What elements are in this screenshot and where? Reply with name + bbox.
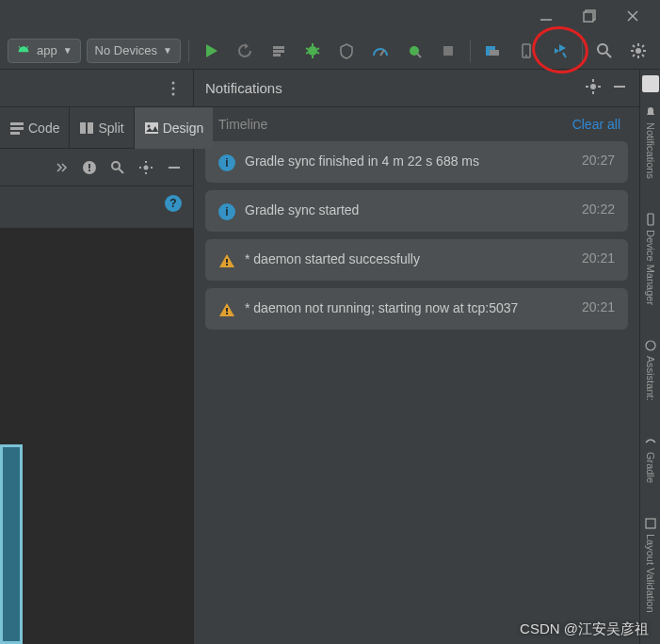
help-icon[interactable]: ? <box>165 195 182 212</box>
vtab-gradle[interactable]: Gradle <box>642 431 659 487</box>
svg-line-11 <box>306 48 309 50</box>
notifications-header: Notifications <box>194 70 639 107</box>
search-icon[interactable] <box>108 158 127 177</box>
view-mode-tabs: Code Split Design <box>0 107 193 149</box>
svg-point-48 <box>144 165 149 169</box>
gear-icon[interactable] <box>137 158 155 177</box>
bell-icon <box>644 105 657 119</box>
main-toolbar: app ▼ No Devices ▼ <box>0 32 660 70</box>
tab-code-label: Code <box>28 121 59 136</box>
split-icon <box>79 121 94 136</box>
assistant-icon <box>644 339 657 352</box>
debug-button[interactable] <box>298 37 327 65</box>
notification-time: 20:27 <box>582 153 615 168</box>
svg-line-12 <box>306 52 309 54</box>
window-maximize-button[interactable] <box>568 3 611 29</box>
device-label: No Devices <box>95 43 157 57</box>
device-icon <box>644 213 657 226</box>
svg-line-30 <box>642 55 644 56</box>
notification-item[interactable]: i Gradle sync finished in 4 m 22 s 688 m… <box>205 141 628 183</box>
chevrons-icon[interactable] <box>52 158 71 177</box>
svg-line-13 <box>316 48 319 50</box>
design-help-row: ? <box>0 186 193 220</box>
separator <box>188 40 189 62</box>
vtab-notifications[interactable]: Notifications <box>642 102 659 183</box>
timeline-label: Timeline <box>218 117 267 132</box>
tab-design-label: Design <box>163 121 204 136</box>
android-icon <box>16 43 31 58</box>
svg-rect-40 <box>88 122 93 134</box>
sync-gradle-button[interactable] <box>546 37 574 65</box>
svg-line-32 <box>642 45 644 47</box>
design-canvas[interactable] <box>0 228 193 644</box>
notification-item[interactable]: * daemon started successfully 20:21 <box>205 239 628 281</box>
notification-item[interactable]: i Gradle sync started 20:22 <box>205 190 628 232</box>
svg-point-34 <box>172 87 175 89</box>
apply-changes-button[interactable] <box>231 37 259 65</box>
svg-rect-5 <box>273 46 284 49</box>
more-icon[interactable] <box>161 76 185 101</box>
app-inspection-button[interactable] <box>478 37 507 65</box>
vtab-assistant[interactable]: Assistant: <box>642 335 659 405</box>
notification-time: 20:21 <box>582 299 615 314</box>
notification-item[interactable]: * daemon not running; starting now at tc… <box>205 288 628 330</box>
window-close-button[interactable] <box>611 3 654 29</box>
tab-split[interactable]: Split <box>69 107 133 149</box>
settings-button[interactable] <box>624 37 652 65</box>
clear-all-link[interactable]: Clear all <box>572 117 620 132</box>
notification-message: Gradle sync finished in 4 m 22 s 688 ms <box>245 153 572 171</box>
vtab-device-manager[interactable]: Device Manager <box>642 209 659 309</box>
svg-rect-7 <box>273 54 281 56</box>
svg-rect-62 <box>226 308 228 312</box>
module-selector[interactable]: app ▼ <box>8 39 81 63</box>
svg-rect-66 <box>646 519 655 528</box>
avatar[interactable] <box>642 75 659 92</box>
search-button[interactable] <box>590 37 619 65</box>
profiler-button[interactable] <box>366 37 394 65</box>
svg-point-8 <box>308 46 317 56</box>
device-manager-button[interactable] <box>512 37 540 65</box>
svg-rect-2 <box>584 12 593 22</box>
panel-gear-icon[interactable] <box>585 78 602 99</box>
notification-message: * daemon started successfully <box>245 250 572 269</box>
svg-point-21 <box>525 55 527 56</box>
vtab-layout-validation[interactable]: Layout Validation <box>642 513 659 617</box>
warning-circle-icon[interactable] <box>80 158 99 177</box>
layout-icon <box>644 517 657 530</box>
notification-message: * daemon not running; starting now at tc… <box>245 299 572 318</box>
notifications-list: i Gradle sync finished in 4 m 22 s 688 m… <box>194 141 639 330</box>
run-button[interactable] <box>197 37 225 65</box>
panel-minimize-icon[interactable] <box>611 78 628 99</box>
svg-rect-39 <box>80 122 86 134</box>
activity-restart-button[interactable] <box>265 37 293 65</box>
tab-design[interactable]: Design <box>134 107 214 149</box>
svg-point-46 <box>112 162 120 169</box>
notification-time: 20:21 <box>582 250 615 266</box>
timeline-header: Timeline Clear all <box>194 107 639 141</box>
main-region: Code Split Design <box>0 70 660 644</box>
minimize-panel-icon[interactable] <box>165 158 184 177</box>
chevron-down-icon: ▼ <box>63 45 72 56</box>
tab-code[interactable]: Code <box>0 107 69 149</box>
svg-rect-63 <box>226 313 228 314</box>
svg-rect-44 <box>89 164 90 169</box>
warning-icon <box>218 301 235 318</box>
svg-rect-19 <box>490 50 499 56</box>
code-icon <box>9 121 24 136</box>
svg-point-22 <box>598 44 607 54</box>
device-selector[interactable]: No Devices ▼ <box>87 39 181 63</box>
window-minimize-button[interactable] <box>524 3 568 29</box>
warning-icon <box>218 252 235 269</box>
svg-line-14 <box>316 52 319 54</box>
svg-line-31 <box>633 55 635 56</box>
svg-point-65 <box>646 341 655 350</box>
editor-top-strip <box>0 70 193 107</box>
attach-debugger-button[interactable] <box>400 37 428 65</box>
svg-rect-38 <box>10 132 20 135</box>
separator <box>582 40 583 62</box>
svg-rect-60 <box>226 259 228 263</box>
svg-rect-45 <box>89 169 90 171</box>
coverage-button[interactable] <box>332 37 361 65</box>
stop-button[interactable] <box>434 37 462 65</box>
svg-point-42 <box>147 124 150 127</box>
